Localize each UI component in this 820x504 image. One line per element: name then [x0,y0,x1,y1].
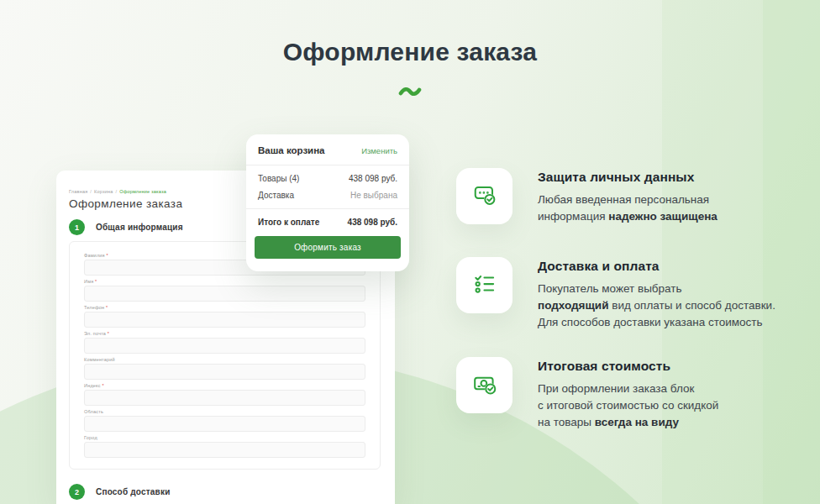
feature-icon-card [456,257,512,313]
banknote-check-icon [470,369,500,402]
feature-line-segment: всегда на виду [595,416,679,428]
feature-line: Для способов доставки указана стоимость [538,314,775,331]
form-field: Индекс * [84,383,365,406]
feature-line-segment: надежно защищена [608,210,718,223]
cart-rows: Товары (4)438 098 руб.ДоставкаНе выбрана [246,165,409,208]
feature-block: Защита личных данныхЛюбая введенная перс… [456,168,809,225]
cart-row: Товары (4)438 098 руб. [258,174,397,183]
form-field-label: Телефон * [84,305,365,310]
form-field-label: Имя * [84,279,365,284]
feature-title: Итоговая стоимость [538,359,718,374]
feature-block: Итоговая стоимостьПри оформлении заказа … [456,357,809,431]
feature-line: на товары всегда на виду [538,414,718,431]
form-field-label: Комментарий [84,357,365,362]
feature-text: Итоговая стоимостьПри оформлении заказа … [538,357,718,431]
form-field: Область [84,409,365,432]
breadcrumb-separator: / [90,189,92,194]
feature-line-segment: с итоговой стоимостью со скидкой [538,399,718,412]
cart-edit-link[interactable]: Изменить [361,146,397,155]
checkout-button[interactable]: Оформить заказ [255,236,401,259]
form-field: Имя * [84,279,365,302]
feature-line-segment: Для способов доставки указана стоимость [538,316,763,328]
step-delivery-method: 2 Способ доставки [69,484,381,500]
cart-row: ДоставкаНе выбрана [258,191,397,200]
section-title: Оформление заказа [0,38,820,66]
feature-line-segment: вид оплаты и способ доставки. [608,299,775,312]
form-field: Телефон * [84,305,365,328]
feature-line-segment: информация [538,210,608,223]
general-info-form-card: Фамилия *Имя *Телефон *Эл. почта *Коммен… [69,241,381,470]
cart-row-label: Товары (4) [258,174,299,183]
feature-title: Защита личных данных [538,170,718,185]
cart-row-label: Доставка [258,191,294,200]
form-field-label: Город [84,435,365,440]
form-field-input[interactable] [84,390,365,406]
cart-total-value: 438 098 руб. [348,218,397,227]
feature-line: Покупатель может выбрать [538,281,775,297]
step-label: Способ доставки [96,487,171,496]
cart-row-value: 438 098 руб. [349,174,397,183]
feature-icon-card [456,168,512,224]
feature-line-segment: Покупатель может выбрать [538,282,682,295]
step-number-badge: 1 [69,219,85,235]
cart-summary-card: Ваша корзина Изменить Товары (4)438 098 … [246,134,409,271]
step-label: Общая информация [96,223,183,232]
breadcrumb-item[interactable]: Оформление заказа [119,189,166,194]
form-field-input[interactable] [84,364,365,380]
breadcrumb-item[interactable]: Корзина [94,189,113,194]
form-field-input[interactable] [84,312,365,328]
form-field-label: Эл. почта * [84,331,365,336]
feature-line-segment: При оформлении заказа блок [538,382,694,395]
form-field-label: Индекс * [84,383,365,388]
feature-text: Доставка и оплатаПокупатель может выбрат… [538,257,775,331]
cart-total-label: Итого к оплате [258,218,319,227]
form-field: Комментарий [84,357,365,380]
chat-check-icon [470,180,500,213]
breadcrumb-separator: / [115,189,117,194]
form-field-label: Область [84,409,365,414]
required-asterisk: * [104,305,108,310]
form-fields: Фамилия *Имя *Телефон *Эл. почта *Коммен… [84,253,365,458]
feature-line: с итоговой стоимостью со скидкой [538,397,718,414]
required-asterisk: * [93,279,97,284]
page: Оформление заказа Главная/Корзина/Оформл… [0,0,820,504]
feature-title: Доставка и оплата [538,259,775,274]
cart-row-value: Не выбрана [350,191,397,200]
form-field: Эл. почта * [84,331,365,354]
feature-line-segment: подходящий [538,299,608,312]
step-number-badge: 2 [69,484,85,500]
feature-line: подходящий вид оплаты и способ доставки. [538,297,775,314]
feature-line-segment: на товары [538,416,595,428]
required-asterisk: * [101,383,104,388]
tilde-divider-icon [0,86,820,101]
required-asterisk: * [106,331,109,336]
required-asterisk: * [105,253,108,258]
feature-block: Доставка и оплатаПокупатель может выбрат… [456,257,809,331]
checklist-icon [470,269,500,302]
feature-icon-card [456,357,512,413]
feature-line: При оформлении заказа блок [538,381,718,397]
cart-title: Ваша корзина [258,145,325,155]
feature-line: информация надежно защищена [538,208,718,225]
feature-line: Любая введенная персональная [538,192,718,208]
feature-line-segment: Любая введенная персональная [538,193,709,206]
form-field-input[interactable] [84,338,365,354]
breadcrumb-item[interactable]: Главная [69,189,87,194]
form-field-input[interactable] [84,416,365,432]
feature-text: Защита личных данныхЛюбая введенная перс… [538,168,718,225]
form-field-input[interactable] [84,442,365,458]
form-field-input[interactable] [84,286,365,302]
form-field: Город [84,435,365,458]
